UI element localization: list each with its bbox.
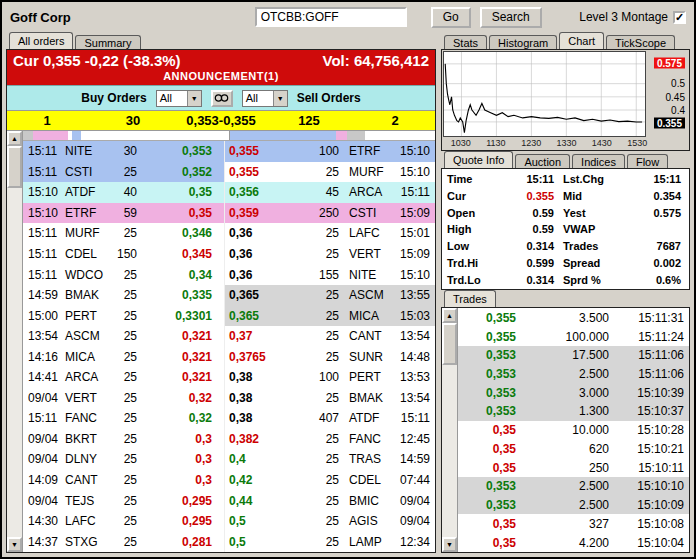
- bid-mm: ATDF: [63, 182, 109, 203]
- trade-row[interactable]: 0,354.20015:10:04: [458, 533, 689, 552]
- book-scroll-thumb[interactable]: [7, 146, 22, 188]
- go-button[interactable]: Go: [431, 7, 471, 28]
- quote-value: 0.314: [496, 240, 560, 252]
- trade-price: 0,35: [458, 461, 520, 475]
- order-book-row[interactable]: 14:41ARCA250,3210,38100PERT13:53: [23, 367, 435, 388]
- bid-size: 25: [109, 162, 145, 183]
- order-book-row[interactable]: 09/04DLNY250,30,425TRAS14:59: [23, 449, 435, 470]
- ask-mm: ATDF: [347, 408, 393, 429]
- trade-row[interactable]: 0,3532.50015:11:06: [458, 365, 689, 384]
- tab-quote-info[interactable]: Quote Info: [444, 151, 513, 168]
- quote-row: Trd.Lo0.314Sprd %0.6%: [444, 272, 687, 289]
- order-book-row[interactable]: 14:30LAFC250,2950,525AGIS09/04: [23, 511, 435, 532]
- bid-price: 0,321: [145, 367, 224, 388]
- ask-size: 25: [303, 531, 347, 552]
- order-book-row[interactable]: 15:10ETRF590,350,359250CSTI15:09: [23, 203, 435, 224]
- tab-summary[interactable]: Summary: [75, 35, 140, 49]
- trade-row[interactable]: 0,35317.50015:11:06: [458, 346, 689, 365]
- announcement-banner[interactable]: ANNOUNCEMENT(1): [13, 69, 429, 84]
- order-book-row[interactable]: 09/04BKRT250,30,38225FANC12:45: [23, 429, 435, 450]
- trade-row[interactable]: 0,3525015:10:11: [458, 458, 689, 477]
- quote-value: 0.314: [496, 274, 560, 286]
- tab-auction[interactable]: Auction: [515, 154, 570, 168]
- trade-row[interactable]: 0,3532.50015:10:09: [458, 496, 689, 515]
- ask-time: 13:54: [393, 388, 435, 409]
- order-book-row[interactable]: 15:00PERT250,33010,36525MICA15:03: [23, 305, 435, 326]
- order-book-row[interactable]: 15:11WDCO250,340,36155NITE15:10: [23, 264, 435, 285]
- depth-segment: [365, 131, 435, 140]
- trade-row[interactable]: 0,3532715:10:08: [458, 514, 689, 533]
- chart-x-label: 1330: [557, 138, 577, 148]
- sell-filter-dropdown[interactable]: All ▼: [242, 90, 288, 107]
- bid-time: 13:54: [23, 326, 63, 347]
- tab-tickscope[interactable]: TickScope: [606, 35, 675, 49]
- quote-row: Open0.59Yest0.575: [444, 204, 687, 221]
- ask-time: 15:11: [393, 408, 435, 429]
- ask-price: 0,42: [224, 470, 303, 491]
- link-filters-button[interactable]: [211, 90, 233, 107]
- order-book-row[interactable]: 15:11CSTI250,3520,35525MURF15:10: [23, 162, 435, 183]
- scroll-down-icon[interactable]: ▼: [7, 537, 22, 552]
- ask-size: 25: [303, 244, 347, 265]
- order-book-row[interactable]: 14:09CANT250,30,4225CDEL07:44: [23, 470, 435, 491]
- buy-filter-dropdown[interactable]: All ▼: [156, 90, 202, 107]
- symbol-input[interactable]: [255, 7, 407, 27]
- chevron-down-icon[interactable]: ▼: [187, 91, 201, 106]
- chevron-down-icon[interactable]: ▼: [273, 91, 287, 106]
- trade-size: 100.000: [520, 330, 617, 344]
- depth-segment: [33, 131, 68, 140]
- book-scrollbar[interactable]: ▲ ▼: [7, 131, 23, 552]
- order-book-row[interactable]: 14:16MICA250,3210,376525SUNR14:48: [23, 346, 435, 367]
- chart-y-label: 0.4: [671, 105, 685, 116]
- order-book-row[interactable]: 09/04VERT250,320,3825BMAK13:54: [23, 388, 435, 409]
- trade-row[interactable]: 0,3562015:10:21: [458, 440, 689, 459]
- ask-time: 15:10: [393, 141, 435, 162]
- trades-tab-row: Trades: [441, 290, 690, 307]
- tab-trades[interactable]: Trades: [444, 290, 496, 307]
- trade-row[interactable]: 0,3510.00015:10:28: [458, 421, 689, 440]
- ask-price: 0,355: [224, 141, 303, 162]
- order-book-row[interactable]: 15:11NITE300,3530,355100ETRF15:10: [23, 141, 435, 162]
- bid-time: 14:41: [23, 367, 63, 388]
- trade-row[interactable]: 0,3553.50015:11:31: [458, 308, 689, 327]
- bid-mm: MICA: [63, 346, 109, 367]
- trade-row[interactable]: 0,3532.50015:10:10: [458, 477, 689, 496]
- book-scroll-track[interactable]: [7, 188, 22, 537]
- tab-flow[interactable]: Flow: [627, 154, 668, 168]
- trade-row[interactable]: 0,3531.30015:10:37: [458, 402, 689, 421]
- bid-mm: PERT: [63, 305, 109, 326]
- order-book-row[interactable]: 15:11CDEL1500,3450,3625VERT15:09: [23, 244, 435, 265]
- order-book-row[interactable]: 15:11MURF250,3460,3625LAFC15:01: [23, 223, 435, 244]
- tab-histogram[interactable]: Histogram: [489, 35, 557, 49]
- tab-all-orders[interactable]: All orders: [9, 32, 73, 49]
- order-book-row[interactable]: 14:37STXG250,2810,525LAMP12:34: [23, 531, 435, 552]
- bid-time: 14:37: [23, 531, 63, 552]
- trades-scrollbar[interactable]: ▲ ▼: [442, 308, 458, 552]
- order-book-row[interactable]: 15:11FANC250,320,38407ATDF15:11: [23, 408, 435, 429]
- order-book-row[interactable]: 13:54ASCM250,3210,3725CANT13:54: [23, 326, 435, 347]
- bid-price: 0,352: [145, 162, 224, 183]
- bid-time: 14:09: [23, 470, 63, 491]
- order-book-row[interactable]: 14:59BMAK250,3350,36525ASCM13:55: [23, 285, 435, 306]
- trade-row[interactable]: 0,3533.00015:10:39: [458, 383, 689, 402]
- level3-montage-checkbox[interactable]: ✓: [673, 11, 686, 24]
- order-book-row[interactable]: 15:10ATDF400,350,35645ARCA15:11: [23, 182, 435, 203]
- trade-row[interactable]: 0,355100.00015:11:24: [458, 327, 689, 346]
- depth-segment: [81, 131, 229, 140]
- bid-price: 0,32: [145, 388, 224, 409]
- trades-scroll-track[interactable]: [442, 365, 457, 537]
- scroll-up-icon[interactable]: ▲: [7, 131, 22, 146]
- chart-y-label: 0.45: [666, 91, 685, 102]
- tab-chart[interactable]: Chart: [559, 32, 604, 49]
- tab-indices[interactable]: Indices: [572, 154, 625, 168]
- search-button[interactable]: Search: [480, 7, 542, 28]
- trade-price: 0,353: [458, 386, 520, 400]
- chart-box: 0.5750.50.450.40.355 1030113012301330143…: [441, 49, 690, 151]
- trade-size: 10.000: [520, 423, 617, 437]
- order-book-row[interactable]: 09/04TEJS250,2950,4425BMIC09/04: [23, 490, 435, 511]
- trades-scroll-thumb[interactable]: [442, 323, 457, 365]
- scroll-up-icon[interactable]: ▲: [442, 308, 457, 323]
- tab-stats[interactable]: Stats: [444, 35, 487, 49]
- scroll-down-icon[interactable]: ▼: [442, 537, 457, 552]
- ask-mm: FANC: [347, 429, 393, 450]
